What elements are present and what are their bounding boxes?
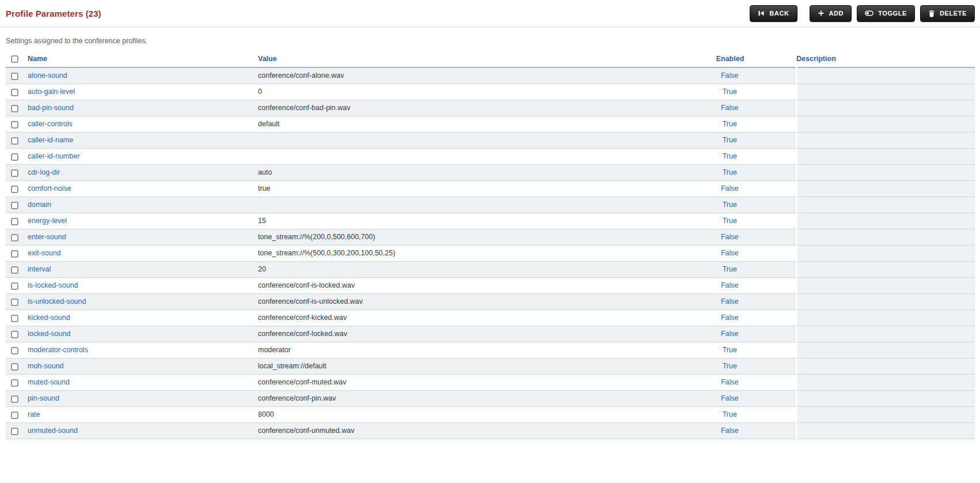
table-row: domain True [6, 197, 975, 213]
parameter-description [796, 277, 975, 293]
parameter-name-link[interactable]: auto-gain-level [28, 88, 75, 96]
column-header-name[interactable]: Name [28, 50, 258, 67]
parameter-enabled-link[interactable]: True [723, 88, 737, 96]
parameter-enabled-link[interactable]: True [723, 201, 737, 209]
parameter-name-link[interactable]: unmuted-sound [28, 427, 78, 435]
row-checkbox[interactable] [11, 73, 18, 80]
skip-back-icon [758, 10, 765, 17]
row-checkbox[interactable] [11, 121, 18, 129]
parameter-value: 20 [258, 261, 664, 277]
row-checkbox[interactable] [11, 379, 18, 387]
row-checkbox[interactable] [11, 282, 18, 290]
parameter-enabled-link[interactable]: False [721, 297, 739, 305]
parameter-name-link[interactable]: caller-id-number [28, 152, 79, 160]
row-checkbox[interactable] [11, 299, 18, 306]
parameter-enabled-link[interactable]: False [721, 281, 739, 289]
parameter-name-link[interactable]: energy-level [28, 217, 67, 225]
table-row: energy-level 15 True [6, 213, 975, 229]
parameter-enabled-link[interactable]: False [721, 233, 739, 241]
row-checkbox[interactable] [11, 186, 18, 193]
parameter-enabled-link[interactable]: False [721, 104, 739, 112]
parameter-name-link[interactable]: enter-sound [28, 233, 66, 241]
row-checkbox[interactable] [11, 202, 18, 209]
add-button[interactable]: ADD [810, 5, 852, 22]
parameter-enabled-link[interactable]: False [721, 184, 739, 193]
column-header-value[interactable]: Value [258, 50, 664, 67]
parameter-description [796, 422, 975, 439]
row-checkbox[interactable] [11, 137, 18, 145]
back-button[interactable]: BACK [750, 5, 797, 22]
parameter-value: moderator [258, 342, 664, 358]
parameter-description [796, 229, 975, 245]
row-checkbox[interactable] [11, 363, 18, 371]
parameter-enabled-link[interactable]: False [721, 314, 739, 322]
parameter-name-link[interactable]: is-unlocked-sound [28, 297, 86, 305]
parameter-enabled-link[interactable]: True [723, 152, 737, 160]
parameter-description [796, 390, 975, 406]
parameter-name-link[interactable]: moh-sound [28, 362, 64, 370]
parameter-description [796, 67, 975, 84]
row-checkbox[interactable] [11, 153, 18, 161]
toggle-button[interactable]: TOGGLE [857, 5, 915, 22]
row-checkbox[interactable] [11, 331, 18, 338]
parameter-enabled-link[interactable]: False [721, 427, 739, 435]
parameter-enabled-link[interactable]: False [721, 71, 739, 80]
parameter-name-link[interactable]: exit-sound [28, 249, 61, 257]
row-checkbox-cell [6, 132, 28, 148]
row-checkbox[interactable] [11, 395, 18, 403]
row-checkbox[interactable] [11, 218, 18, 225]
parameter-value [258, 197, 664, 213]
row-checkbox[interactable] [11, 266, 18, 274]
parameter-name-link[interactable]: moderator-controls [28, 346, 88, 354]
parameter-name-link[interactable]: bad-pin-sound [28, 104, 74, 112]
parameter-enabled-link[interactable]: True [723, 346, 737, 354]
parameter-description [796, 213, 975, 229]
parameter-name-link[interactable]: interval [28, 265, 51, 273]
parameter-name-link[interactable]: pin-sound [28, 394, 59, 402]
row-checkbox-cell [6, 148, 28, 164]
parameter-description [796, 374, 975, 390]
parameter-name-link[interactable]: rate [28, 410, 40, 418]
parameter-name-link[interactable]: comfort-noise [28, 184, 71, 193]
parameter-name-link[interactable]: domain [28, 201, 51, 209]
row-checkbox[interactable] [11, 347, 18, 354]
header-checkbox-cell [6, 50, 28, 67]
delete-button[interactable]: DELETE [920, 5, 975, 22]
parameter-name-link[interactable]: alone-sound [28, 71, 67, 80]
parameter-description [796, 326, 975, 342]
parameter-enabled-link[interactable]: True [723, 168, 737, 176]
table-row: kicked-sound conference/conf-kicked.wav … [6, 310, 975, 326]
parameter-name-link[interactable]: is-locked-sound [28, 281, 78, 289]
parameter-enabled-link[interactable]: True [723, 136, 737, 144]
table-row: bad-pin-sound conference/conf-bad-pin.wa… [6, 100, 975, 116]
parameter-enabled-link[interactable]: True [723, 410, 737, 418]
parameter-name-link[interactable]: caller-id-name [28, 136, 73, 144]
parameter-enabled-link[interactable]: True [723, 120, 737, 128]
parameter-enabled-link[interactable]: False [721, 330, 739, 338]
row-checkbox[interactable] [11, 428, 18, 435]
row-checkbox[interactable] [11, 315, 18, 322]
row-checkbox[interactable] [11, 250, 18, 258]
parameter-enabled-link[interactable]: True [723, 217, 737, 225]
row-checkbox[interactable] [11, 234, 18, 242]
row-checkbox[interactable] [11, 412, 18, 419]
parameter-name-link[interactable]: cdr-log-dir [28, 168, 60, 176]
column-header-description[interactable]: Description [796, 50, 975, 67]
parameter-description [796, 148, 975, 164]
parameter-value: 8000 [258, 406, 664, 422]
parameter-name-link[interactable]: muted-sound [28, 378, 70, 386]
parameter-name-link[interactable]: kicked-sound [28, 314, 70, 322]
parameter-enabled-link[interactable]: True [723, 265, 737, 273]
parameter-enabled-link[interactable]: False [721, 249, 739, 257]
parameter-enabled-link[interactable]: False [721, 378, 739, 386]
trash-icon [928, 10, 935, 17]
parameter-name-link[interactable]: locked-sound [28, 330, 70, 338]
row-checkbox[interactable] [11, 169, 18, 177]
parameter-enabled-link[interactable]: False [721, 394, 739, 402]
parameter-name-link[interactable]: caller-controls [28, 120, 73, 128]
select-all-checkbox[interactable] [11, 55, 18, 63]
parameter-enabled-link[interactable]: True [723, 362, 737, 370]
row-checkbox[interactable] [11, 105, 18, 112]
column-header-enabled[interactable]: Enabled [664, 50, 796, 67]
row-checkbox[interactable] [11, 89, 18, 96]
